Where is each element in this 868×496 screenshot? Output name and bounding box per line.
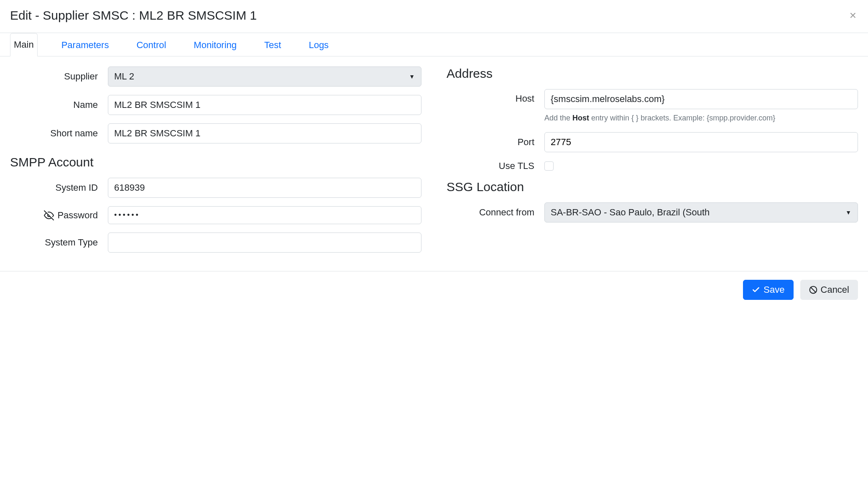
usetls-row: Use TLS: [447, 161, 858, 171]
supplier-label: Supplier: [10, 71, 98, 82]
eye-off-icon[interactable]: [44, 210, 54, 220]
name-row: Name: [10, 95, 421, 115]
left-column: Supplier ML 2 ▼ Name Short name SMPP Acc…: [10, 66, 421, 261]
usetls-checkbox[interactable]: [544, 161, 554, 171]
check-icon: [752, 286, 760, 294]
name-input[interactable]: [108, 95, 421, 115]
password-input[interactable]: ••••••: [108, 206, 421, 224]
connectfrom-select-wrap: SA-BR-SAO - Sao Paulo, Brazil (South ▼: [544, 202, 858, 222]
smpp-account-heading: SMPP Account: [10, 155, 421, 169]
modal-body: Supplier ML 2 ▼ Name Short name SMPP Acc…: [0, 56, 868, 271]
systemid-input[interactable]: [108, 178, 421, 198]
shortname-row: Short name: [10, 123, 421, 143]
connectfrom-row: Connect from SA-BR-SAO - Sao Paulo, Braz…: [447, 202, 858, 222]
port-row: Port: [447, 132, 858, 152]
usetls-label: Use TLS: [447, 161, 534, 171]
cancel-button[interactable]: Cancel: [800, 280, 858, 300]
host-row: Host Add the Host entry within { } brack…: [447, 89, 858, 124]
connectfrom-label: Connect from: [447, 207, 534, 218]
password-label: Password: [10, 210, 98, 221]
systemtype-label: System Type: [10, 237, 98, 248]
svg-line-2: [811, 287, 816, 292]
tabs-nav: Main Parameters Control Monitoring Test …: [0, 33, 868, 56]
tab-main[interactable]: Main: [10, 33, 38, 56]
shortname-input[interactable]: [108, 123, 421, 143]
address-heading: Address: [447, 66, 858, 81]
close-button[interactable]: ×: [848, 10, 858, 21]
systemtype-row: System Type: [10, 233, 421, 253]
modal-title: Edit - Supplier SMSC : ML2 BR SMSCSIM 1: [10, 8, 257, 23]
tab-control[interactable]: Control: [133, 33, 170, 56]
shortname-label: Short name: [10, 128, 98, 139]
tab-parameters[interactable]: Parameters: [58, 33, 113, 56]
tab-test[interactable]: Test: [260, 33, 285, 56]
host-label: Host: [447, 89, 534, 104]
modal-header: Edit - Supplier SMSC : ML2 BR SMSCSIM 1 …: [0, 0, 868, 33]
host-input[interactable]: [544, 89, 858, 109]
edit-supplier-modal: Edit - Supplier SMSC : ML2 BR SMSCSIM 1 …: [0, 0, 868, 308]
port-label: Port: [447, 137, 534, 148]
tab-logs[interactable]: Logs: [305, 33, 332, 56]
host-help-text: Add the Host entry within { } brackets. …: [544, 112, 858, 124]
password-row: Password ••••••: [10, 206, 421, 224]
save-button[interactable]: Save: [743, 280, 793, 300]
close-icon: ×: [850, 9, 856, 22]
connectfrom-select[interactable]: SA-BR-SAO - Sao Paulo, Brazil (South: [544, 202, 858, 222]
systemid-label: System ID: [10, 182, 98, 193]
tab-monitoring[interactable]: Monitoring: [190, 33, 240, 56]
supplier-select[interactable]: ML 2: [108, 66, 421, 87]
supplier-select-wrap: ML 2 ▼: [108, 66, 421, 87]
systemtype-input[interactable]: [108, 233, 421, 253]
port-input[interactable]: [544, 132, 858, 152]
right-column: Address Host Add the Host entry within {…: [447, 66, 858, 261]
cancel-button-label: Cancel: [821, 284, 849, 295]
ssg-location-heading: SSG Location: [447, 180, 858, 194]
ban-icon: [809, 286, 817, 294]
modal-footer: Save Cancel: [0, 271, 868, 308]
systemid-row: System ID: [10, 178, 421, 198]
supplier-row: Supplier ML 2 ▼: [10, 66, 421, 87]
name-label: Name: [10, 100, 98, 110]
password-label-text: Password: [57, 210, 98, 221]
save-button-label: Save: [763, 284, 784, 295]
